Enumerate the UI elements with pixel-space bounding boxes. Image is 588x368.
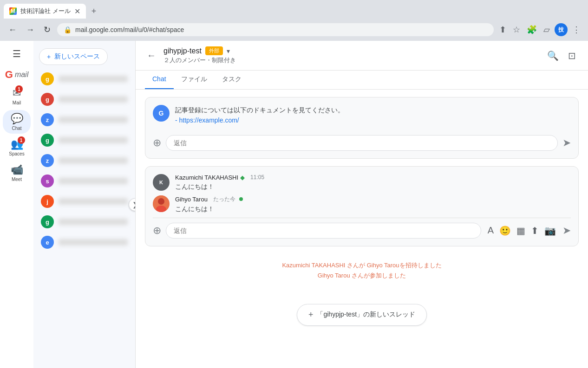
message-content: Gihyo Tarou たった今 こんにちは！ bbox=[175, 195, 571, 214]
online-indicator bbox=[239, 197, 243, 201]
send-reply-button-2[interactable]: ➤ bbox=[562, 225, 571, 237]
list-item[interactable]: g bbox=[33, 69, 135, 89]
reply-area-1: ⊕ ➤ bbox=[153, 131, 571, 151]
message-time: 11:05 bbox=[250, 174, 264, 181]
space-avatar: z bbox=[41, 113, 54, 126]
hamburger-button[interactable]: ☰ bbox=[9, 45, 25, 63]
main-chat-panel: ← gihypjp-test 外部 ▾ ２人のメンバー・制限付き 🔍 ⊡ Cha… bbox=[136, 41, 588, 368]
list-item[interactable]: g bbox=[33, 89, 135, 110]
message-time: たった今 bbox=[213, 195, 235, 203]
space-name-blurred bbox=[59, 178, 128, 184]
bookmark-button[interactable]: ☆ bbox=[511, 23, 522, 37]
video-button[interactable]: 📷 bbox=[542, 223, 558, 238]
chat-scroll-area[interactable]: G 記事登録については以下のドキュメントを見てください。 - https://e… bbox=[136, 90, 588, 368]
chat-tabs: Chat ファイル タスク bbox=[136, 71, 588, 90]
list-item[interactable]: g bbox=[33, 212, 135, 232]
emoji-button[interactable]: 🙂 bbox=[497, 223, 513, 238]
meet-icon: 📹 bbox=[11, 164, 23, 176]
space-name-blurred bbox=[59, 96, 128, 103]
message-content: Kazumichi TAKAHASHI ◆ 11:05 こんにちは！ bbox=[175, 174, 571, 192]
system-messages: Kazumichi TAKAHASHI さんが Gihyo Tarouを招待しま… bbox=[145, 254, 579, 287]
browser-actions: ⬆ ☆ 🧩 ▱ 技 ⋮ bbox=[497, 23, 582, 37]
sidebar-item-spaces[interactable]: 👥 1 Spaces bbox=[3, 136, 31, 159]
format-text-button[interactable]: A bbox=[486, 223, 496, 238]
tab-close-button[interactable]: ✕ bbox=[74, 7, 80, 16]
reply-input-2[interactable] bbox=[166, 223, 481, 239]
chat-label: Chat bbox=[12, 126, 21, 131]
space-avatar: g bbox=[41, 93, 54, 106]
new-thread-button[interactable]: + 「gihypjp-test」の新しいスレッド bbox=[297, 304, 427, 326]
input-toolbar: A 🙂 ▦ ⬆ 📷 bbox=[486, 223, 558, 238]
split-button[interactable]: ▱ bbox=[542, 23, 552, 37]
tab-files[interactable]: ファイル bbox=[174, 71, 215, 89]
title-dropdown-button[interactable]: ▾ bbox=[227, 47, 230, 55]
message-text: こんにちは！ bbox=[175, 182, 571, 192]
spaces-label: Spaces bbox=[9, 151, 24, 156]
new-thread-label: 「gihypjp-test」の新しいスレッド bbox=[317, 310, 415, 319]
tab-tasks[interactable]: タスク bbox=[215, 71, 249, 89]
tab-favicon: M bbox=[9, 7, 17, 15]
message-content: 記事登録については以下のドキュメントを見てください。 - https://exa… bbox=[175, 105, 571, 126]
reload-button[interactable]: ↻ bbox=[41, 23, 53, 37]
sender-name: Kazumichi TAKAHASHI bbox=[175, 174, 238, 181]
tab-chat[interactable]: Chat bbox=[145, 71, 174, 89]
message-text: こんにちは！ bbox=[175, 204, 571, 214]
space-name-blurred bbox=[59, 157, 128, 164]
tab-title: 技術評論社 メール bbox=[20, 7, 71, 15]
list-item[interactable]: e bbox=[33, 232, 135, 252]
message-row: G 記事登録については以下のドキュメントを見てください。 - https://e… bbox=[153, 105, 571, 126]
forward-button[interactable]: → bbox=[23, 23, 37, 37]
back-to-list-button[interactable]: ← bbox=[145, 48, 158, 63]
gmail-logo: G mail bbox=[3, 67, 30, 83]
url-text: mail.google.com/mail/u/0/#chat/space bbox=[75, 26, 487, 33]
system-message-1: Kazumichi TAKAHASHI さんが Gihyo Tarouを招待しま… bbox=[145, 261, 579, 270]
mail-icon: ✉ 1 bbox=[13, 87, 21, 99]
meeting-button[interactable]: ▦ bbox=[515, 223, 527, 238]
address-bar[interactable]: 🔒 mail.google.com/mail/u/0/#chat/space bbox=[57, 23, 494, 36]
chat-subtitle: ２人のメンバー・制限付き bbox=[163, 56, 544, 65]
sidebar-item-meet[interactable]: 📹 Meet bbox=[3, 161, 31, 185]
mail-label: Mail bbox=[13, 100, 21, 105]
space-avatar: j bbox=[41, 195, 54, 208]
plus-icon: + bbox=[308, 310, 314, 320]
cast-button[interactable]: ⬆ bbox=[497, 23, 508, 37]
sidebar-item-chat[interactable]: 💬 Chat bbox=[3, 110, 31, 134]
chat-header-info: gihypjp-test 外部 ▾ ２人のメンバー・制限付き bbox=[163, 46, 544, 65]
add-attachment-button[interactable]: ⊕ bbox=[153, 137, 161, 149]
svg-point-1 bbox=[158, 198, 164, 205]
reply-input-1[interactable] bbox=[166, 135, 558, 151]
list-item[interactable]: z bbox=[33, 110, 135, 130]
space-name-blurred bbox=[59, 76, 128, 82]
new-space-button[interactable]: + 新しいスペース bbox=[39, 48, 108, 65]
message-link[interactable]: - https://example.com/ bbox=[175, 116, 239, 124]
chat-title-row: gihypjp-test 外部 ▾ bbox=[163, 46, 544, 55]
list-item[interactable]: g bbox=[33, 130, 135, 150]
message-text: 記事登録については以下のドキュメントを見てください。 - https://exa… bbox=[175, 105, 571, 126]
space-avatar: g bbox=[41, 134, 54, 147]
popout-button[interactable]: ⊡ bbox=[565, 47, 579, 64]
chat-icon: 💬 bbox=[11, 113, 23, 125]
list-item[interactable]: z bbox=[33, 150, 135, 171]
search-chat-button[interactable]: 🔍 bbox=[544, 47, 562, 64]
new-tab-button[interactable]: + bbox=[90, 5, 98, 18]
space-name-blurred bbox=[59, 137, 128, 143]
space-avatar: s bbox=[41, 174, 54, 187]
browser-tab[interactable]: M 技術評論社 メール ✕ bbox=[4, 4, 86, 19]
sidebar-item-mail[interactable]: ✉ 1 Mail bbox=[3, 84, 31, 108]
profile-avatar[interactable]: 技 bbox=[555, 23, 568, 36]
extensions-button[interactable]: 🧩 bbox=[525, 23, 539, 37]
send-reply-button[interactable]: ➤ bbox=[562, 137, 571, 149]
list-item[interactable]: s bbox=[33, 171, 135, 191]
avatar bbox=[153, 195, 170, 212]
plus-icon: + bbox=[47, 53, 51, 60]
back-button[interactable]: ← bbox=[6, 23, 20, 37]
thread-block-1: G 記事登録については以下のドキュメントを見てください。 - https://e… bbox=[145, 97, 579, 159]
list-item[interactable]: j bbox=[33, 191, 135, 212]
menu-button[interactable]: ⋮ bbox=[570, 23, 582, 37]
spaces-badge: 1 bbox=[18, 136, 25, 144]
upload-button[interactable]: ⬆ bbox=[529, 223, 541, 238]
system-message-2: Gihyo Tarou さんが参加しました bbox=[145, 271, 579, 280]
space-avatar: g bbox=[41, 215, 54, 228]
message-row: K Kazumichi TAKAHASHI ◆ 11:05 こんにちは！ bbox=[153, 174, 571, 192]
add-attachment-button-2[interactable]: ⊕ bbox=[153, 225, 161, 237]
